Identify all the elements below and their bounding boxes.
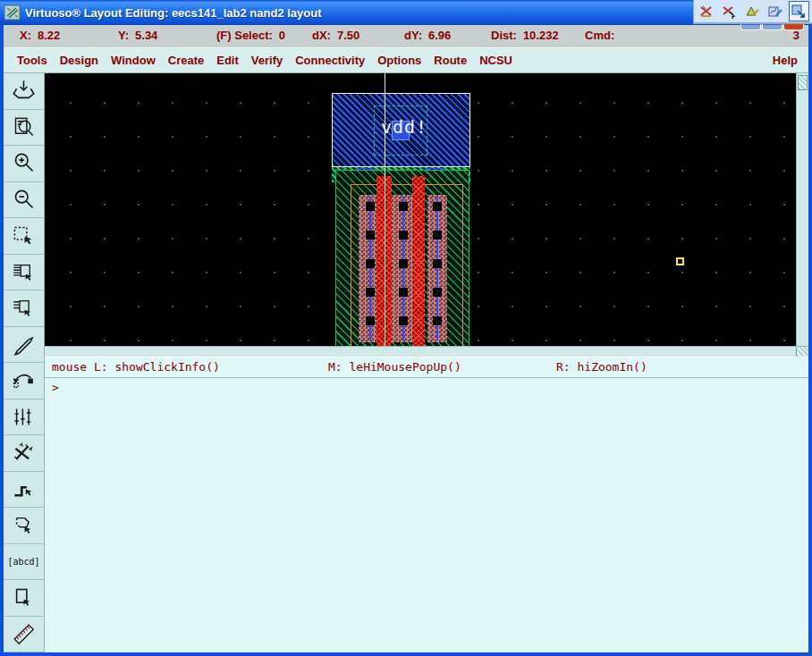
menu-verify[interactable]: Verify xyxy=(251,54,283,67)
menu-connectivity[interactable]: Connectivity xyxy=(295,54,365,67)
vertical-scrollbar-thumb[interactable] xyxy=(798,75,808,90)
properties-button[interactable] xyxy=(4,399,44,436)
menu-window[interactable]: Window xyxy=(111,54,156,67)
menu-help[interactable]: Help xyxy=(773,54,798,67)
pmos-nwell-region xyxy=(335,170,469,346)
status-x: X:8.22 xyxy=(20,29,60,42)
ruler-icon xyxy=(12,622,36,646)
poly-gate-in2-upper xyxy=(412,176,425,346)
status-select: (F) Select:0 xyxy=(216,29,285,42)
path-button[interactable] xyxy=(4,472,44,509)
label-button[interactable]: [abcd] xyxy=(4,544,44,581)
copy-icon xyxy=(12,260,36,284)
crossed-tools-icon xyxy=(12,441,36,465)
tool-palette: [abcd] xyxy=(4,73,45,652)
menu-bar: Tools Design Window Create Edit Verify C… xyxy=(4,48,808,73)
zoom-out-button[interactable] xyxy=(4,182,44,219)
status-dy: dY:6.96 xyxy=(404,29,451,42)
zoom-out-icon xyxy=(12,188,36,212)
mouse-middle-binding: M: leHiMousePopUp() xyxy=(328,360,461,374)
rotate-icon xyxy=(12,368,36,392)
virtuoso-app-icon xyxy=(4,4,21,21)
polygon-icon xyxy=(12,513,36,537)
move-button[interactable] xyxy=(4,290,44,327)
label-icon: [abcd] xyxy=(7,557,39,567)
stretch-button[interactable] xyxy=(4,218,44,255)
zoom-fit-icon xyxy=(12,115,36,139)
crosshair-vertical xyxy=(385,73,385,346)
vertical-scrollbar[interactable] xyxy=(796,73,808,346)
copy-button[interactable] xyxy=(4,255,44,291)
vdd-label: vdd! xyxy=(381,118,427,136)
polygon-button[interactable] xyxy=(4,508,44,544)
mouse-left-binding: mouse L: showClickInfo() xyxy=(52,360,220,374)
point-marker xyxy=(676,257,684,265)
window-frame: X:8.22 Y:5.34 (F) Select:0 dX:7.50 dY:6.… xyxy=(0,25,812,656)
prompt-character: > xyxy=(52,381,59,394)
status-y: Y:5.34 xyxy=(118,29,157,42)
rectangle-icon xyxy=(12,585,36,610)
window-title: Virtuoso® Layout Editing: eecs141_lab2 n… xyxy=(25,6,322,20)
stretch-icon xyxy=(12,223,36,248)
overlay-toolbar xyxy=(693,0,812,24)
pmos-diffusion-col3 xyxy=(427,195,447,342)
status-right-count: 3 xyxy=(793,29,799,42)
rectangle-button[interactable] xyxy=(4,580,44,617)
arrow-x-icon[interactable] xyxy=(720,2,739,21)
menu-edit[interactable]: Edit xyxy=(216,54,239,67)
triangle-pencil-icon[interactable] xyxy=(742,2,761,21)
move-icon xyxy=(12,296,36,320)
save-icon xyxy=(12,79,36,103)
properties-icon xyxy=(12,405,36,429)
status-cmd: Cmd: xyxy=(585,29,621,42)
resize-grip[interactable] xyxy=(796,347,808,356)
rotate-button[interactable] xyxy=(4,363,44,399)
virtuoso-window: Virtuoso® Layout Editing: eecs141_lab2 n… xyxy=(0,0,812,656)
menu-route[interactable]: Route xyxy=(434,54,467,67)
zoom-fit-button[interactable] xyxy=(4,110,44,147)
menu-create[interactable]: Create xyxy=(168,54,204,67)
mouse-right-binding: R: hiZoomIn() xyxy=(556,360,647,374)
zoom-in-button[interactable] xyxy=(4,146,44,182)
mouse-bindings-bar: mouse L: showClickInfo() M: leHiMousePop… xyxy=(45,357,808,377)
layout-canvas[interactable]: vdd! xyxy=(45,73,796,346)
pencil-icon xyxy=(12,332,36,357)
status-dx: dX:7.50 xyxy=(312,29,359,42)
menu-tools[interactable]: Tools xyxy=(17,54,47,67)
menu-options[interactable]: Options xyxy=(377,54,421,67)
title-bar[interactable]: Virtuoso® Layout Editing: eecs141_lab2 n… xyxy=(0,0,812,25)
horizontal-scrollbar[interactable] xyxy=(45,346,808,357)
menu-design[interactable]: Design xyxy=(60,54,98,67)
save-button[interactable] xyxy=(4,73,44,110)
ruler-button[interactable] xyxy=(4,617,44,653)
crossed-tools-button[interactable] xyxy=(4,435,44,472)
export-window-icon[interactable] xyxy=(789,1,809,21)
status-bar: X:8.22 Y:5.34 (F) Select:0 dX:7.50 dY:6.… xyxy=(4,25,808,48)
chart-pencil-icon[interactable] xyxy=(765,2,784,21)
scissors-x-icon[interactable] xyxy=(697,2,715,21)
command-prompt-bar[interactable]: > xyxy=(45,377,808,653)
path-icon xyxy=(12,477,36,501)
status-dist: Dist:10.232 xyxy=(491,29,559,42)
zoom-in-icon xyxy=(12,151,36,175)
pencil-button[interactable] xyxy=(4,327,44,364)
menu-ncsu[interactable]: NCSU xyxy=(479,54,512,67)
